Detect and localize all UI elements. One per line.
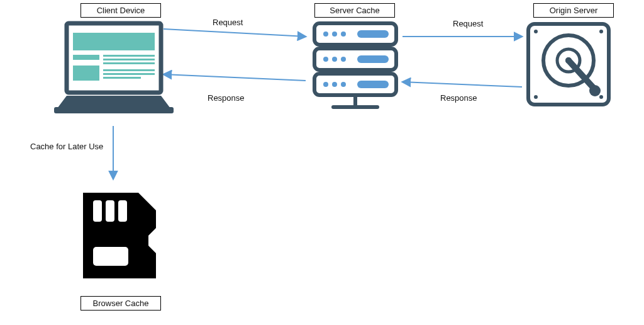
arrow-request-client-servercache	[164, 29, 306, 37]
sd-card-icon	[75, 185, 164, 286]
hard-disk-icon	[525, 20, 613, 108]
svg-rect-40	[118, 200, 127, 222]
svg-rect-11	[54, 107, 174, 113]
svg-rect-26	[357, 81, 389, 88]
svg-point-30	[534, 30, 538, 33]
svg-rect-21	[357, 55, 389, 63]
svg-rect-3	[103, 55, 155, 57]
svg-rect-2	[73, 55, 99, 60]
svg-point-32	[534, 95, 538, 99]
svg-rect-8	[103, 73, 155, 75]
svg-point-14	[332, 31, 337, 37]
svg-rect-4	[103, 59, 155, 60]
server-cache-label: Server Cache	[314, 3, 395, 18]
edge-label-response-1: Response	[440, 93, 477, 103]
svg-point-15	[341, 31, 346, 37]
laptop-icon	[54, 20, 174, 121]
svg-point-25	[341, 82, 346, 87]
svg-rect-39	[106, 200, 114, 222]
svg-point-20	[341, 57, 346, 62]
svg-point-24	[332, 82, 337, 87]
svg-point-18	[323, 57, 328, 62]
svg-rect-6	[73, 66, 99, 81]
client-device-label: Client Device	[80, 3, 161, 18]
svg-rect-16	[357, 30, 389, 38]
svg-point-37	[589, 85, 601, 96]
svg-rect-7	[103, 69, 155, 71]
arrow-response-origin-servercache	[402, 82, 522, 87]
edge-label-cache-later: Cache for Later Use	[30, 142, 103, 151]
svg-point-33	[599, 95, 603, 99]
edge-label-request-2: Request	[453, 19, 483, 28]
edge-label-response-2: Response	[208, 93, 245, 103]
svg-rect-9	[103, 77, 141, 79]
svg-point-13	[323, 31, 328, 37]
svg-rect-38	[93, 200, 102, 222]
svg-point-31	[599, 30, 603, 33]
svg-rect-41	[93, 247, 128, 266]
svg-rect-5	[103, 62, 155, 64]
edge-label-request-1: Request	[213, 18, 243, 27]
origin-server-label: Origin Server	[533, 3, 614, 18]
svg-point-23	[323, 82, 328, 87]
svg-rect-1	[73, 33, 155, 50]
svg-marker-10	[57, 96, 170, 108]
diagram-canvas: Client Device Server Cache Origin Server…	[0, 0, 644, 325]
server-rack-icon	[308, 20, 402, 115]
arrow-response-servercache-client	[164, 74, 306, 81]
svg-point-19	[332, 57, 337, 62]
browser-cache-label: Browser Cache	[80, 296, 161, 311]
